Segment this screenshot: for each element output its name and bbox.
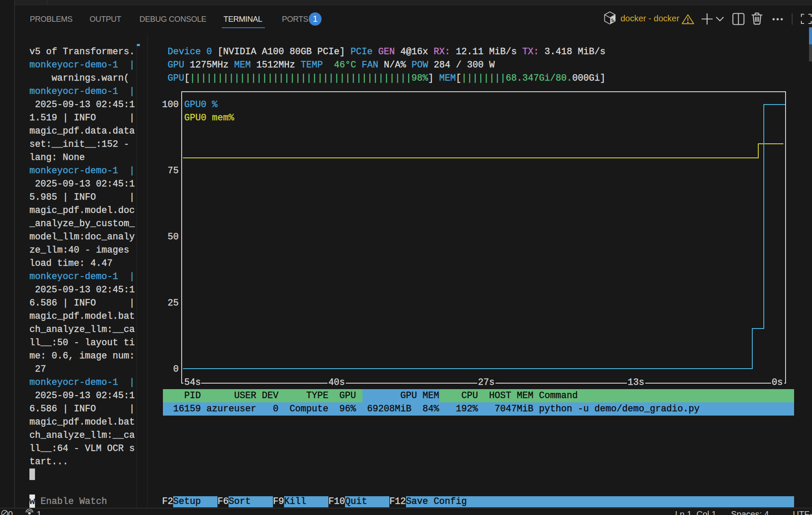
svg-text:$: $ [611,17,614,23]
